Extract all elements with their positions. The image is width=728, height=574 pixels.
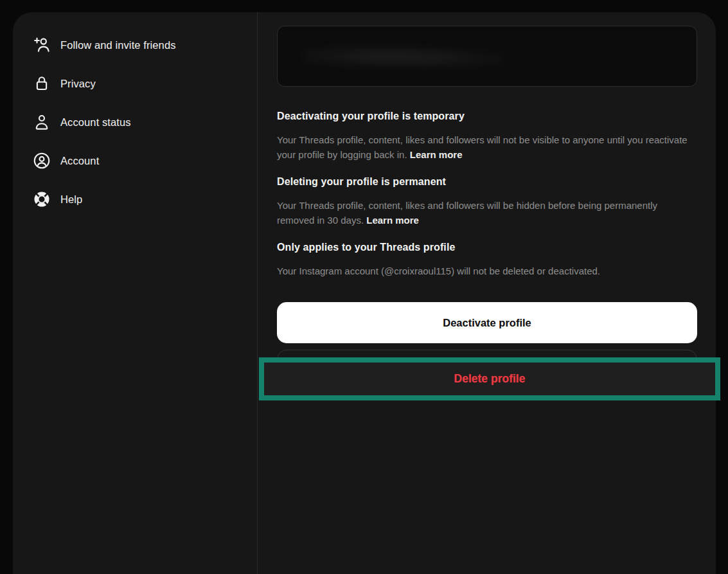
sidebar-divider	[257, 12, 258, 574]
delete-profile-button[interactable]: Delete profile	[454, 372, 526, 386]
learn-more-link[interactable]: Learn more	[410, 149, 463, 160]
sidebar-item-label: Privacy	[60, 78, 96, 90]
person-icon	[32, 112, 51, 132]
sidebar-item-account-status[interactable]: Account status	[13, 103, 257, 141]
lifebuoy-icon	[32, 190, 51, 209]
section-deleting-permanent: Deleting your profile is permanent Your …	[277, 175, 697, 228]
settings-sidebar: Follow and invite friends Privacy Accoun…	[13, 26, 257, 219]
deactivate-delete-settings-content: Deactivating your profile is temporary Y…	[277, 26, 697, 391]
sidebar-item-label: Help	[60, 193, 82, 206]
sidebar-item-privacy[interactable]: Privacy	[13, 64, 257, 103]
lock-icon	[32, 74, 51, 93]
section-body: Your Instagram account (@croixraoul115) …	[277, 264, 688, 278]
sidebar-item-label: Account status	[60, 116, 131, 129]
person-add-icon	[32, 35, 51, 55]
sidebar-item-account[interactable]: Account	[13, 141, 257, 180]
section-body-text: Your Threads profile, content, likes and…	[277, 134, 688, 160]
highlight-annotation-box: Delete profile	[259, 357, 720, 400]
section-heading: Deleting your profile is permanent	[277, 175, 697, 188]
learn-more-link[interactable]: Learn more	[366, 215, 419, 226]
section-heading: Only applies to your Threads profile	[277, 240, 697, 254]
person-circle-icon	[32, 151, 51, 170]
sidebar-item-label: Account	[60, 155, 99, 167]
section-body-text: Your Instagram account (@croixraoul115) …	[277, 265, 600, 276]
blurred-header-box	[277, 26, 697, 87]
sidebar-item-help[interactable]: Help	[13, 180, 257, 219]
sidebar-item-label: Follow and invite friends	[60, 39, 176, 51]
deactivate-profile-button[interactable]: Deactivate profile	[277, 302, 697, 343]
section-body-text: Your Threads profile, content, likes and…	[277, 200, 657, 226]
sidebar-item-follow-and-invite-friends[interactable]: Follow and invite friends	[13, 26, 257, 64]
section-body: Your Threads profile, content, likes and…	[277, 198, 688, 228]
page: { "sidebar": { "items": [ { "label": "Fo…	[0, 0, 728, 574]
section-heading: Deactivating your profile is temporary	[277, 109, 697, 123]
section-only-applies-threads: Only applies to your Threads profile You…	[277, 240, 697, 278]
section-body: Your Threads profile, content, likes and…	[277, 132, 688, 162]
settings-panel: Follow and invite friends Privacy Accoun…	[13, 12, 716, 574]
section-deactivating-temporary: Deactivating your profile is temporary Y…	[277, 109, 697, 162]
